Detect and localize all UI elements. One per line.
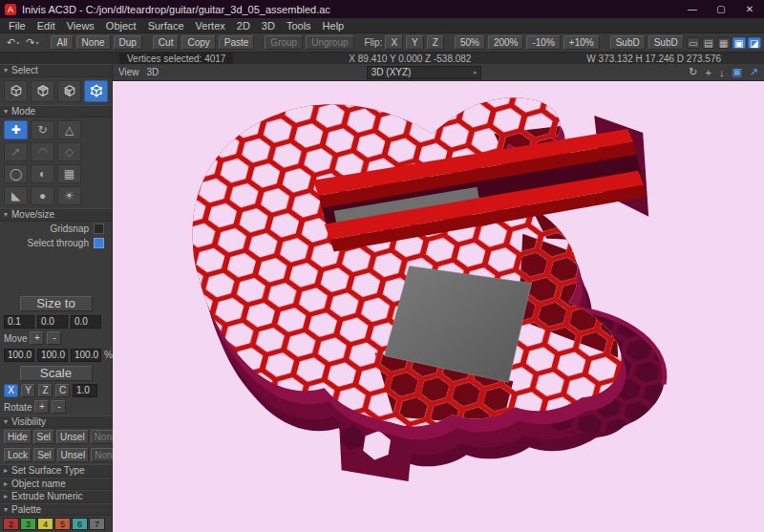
group-button[interactable]: Group — [265, 35, 303, 50]
layout-quad-icon[interactable]: ▦ — [717, 37, 731, 49]
perspective-toggle-icon[interactable]: ◪ — [748, 37, 761, 49]
mode-wedge-button[interactable]: ◣ — [4, 186, 28, 205]
hide-button[interactable]: Hide — [4, 430, 32, 444]
mode-light-button[interactable]: ☀ — [57, 186, 81, 205]
redo-button[interactable]: ↷▾ — [24, 36, 40, 49]
viewport-3d[interactable] — [113, 81, 764, 532]
layout-single-icon[interactable]: ▭ — [687, 37, 700, 49]
select-all-button[interactable]: All — [51, 35, 73, 50]
move-plus-button[interactable]: + — [30, 331, 44, 345]
mode-edit-ellipse-button[interactable]: ◇ — [57, 142, 81, 161]
maximize-button[interactable]: ▢ — [707, 0, 735, 18]
fit-view-icon[interactable]: + — [705, 67, 711, 78]
section-header-set-surface-type[interactable]: ▸ Set Surface Type — [0, 464, 112, 478]
rotate-minus-button[interactable]: - — [52, 400, 66, 414]
size-x-field[interactable]: 0.1 — [4, 315, 34, 329]
layout-split-icon[interactable]: ▤ — [702, 37, 715, 49]
axis-c-button[interactable]: C — [55, 384, 70, 397]
ungroup-button[interactable]: Ungroup — [306, 35, 353, 50]
palette-swatch-7[interactable]: 7 — [89, 518, 105, 530]
palette-swatch-4[interactable]: 4 — [37, 518, 53, 530]
select-vertex-button[interactable] — [84, 80, 108, 102]
section-header-palette[interactable]: ▾ Palette — [0, 503, 112, 517]
section-header-visibility[interactable]: ▾ Visibility — [0, 415, 112, 429]
mode-sphere-button[interactable]: ◐ — [31, 164, 54, 183]
lock-unsel-button[interactable]: Unsel — [57, 448, 90, 462]
palette-swatch-2[interactable]: 2 — [3, 518, 19, 530]
close-button[interactable]: ✕ — [735, 0, 764, 18]
menu-item-edit[interactable]: Edit — [32, 18, 61, 33]
select-surface-button[interactable] — [57, 80, 81, 102]
section-header-select[interactable]: ▾ Select — [0, 64, 112, 77]
mode-ball-button[interactable]: ● — [31, 186, 54, 205]
zoom-200-button[interactable]: 200% — [488, 35, 524, 50]
menu-item-3d[interactable]: 3D — [256, 18, 281, 33]
section-header-extrude-numeric[interactable]: ▸ Extrude Numeric — [0, 490, 112, 503]
paste-button[interactable]: Paste — [219, 35, 255, 50]
menu-item-file[interactable]: File — [3, 18, 32, 33]
size-to-button[interactable]: Size to — [20, 296, 93, 311]
zoom-50-button[interactable]: 50% — [455, 35, 485, 50]
subd-plus-button[interactable]: SubD + — [610, 35, 646, 50]
size-y-field[interactable]: 0.0 — [37, 315, 68, 329]
section-header-move-size[interactable]: ▾ Move/size — [0, 208, 112, 222]
zoom-plus-10-button[interactable]: +10% — [563, 35, 600, 50]
gridsnap-checkbox[interactable] — [94, 223, 104, 234]
zoom-minus-10-button[interactable]: -10% — [526, 35, 560, 50]
undo-button[interactable]: ↶▾ — [5, 36, 21, 49]
axis-y-button[interactable]: Y — [21, 384, 35, 397]
palette-swatch-5[interactable]: 5 — [54, 518, 71, 530]
select-through-checkbox[interactable] — [94, 238, 104, 248]
menu-item-vertex[interactable]: Vertex — [190, 18, 231, 33]
select-none-button[interactable]: None — [76, 35, 111, 50]
mode-shear-button[interactable]: ↗ — [4, 142, 28, 161]
subd-minus-button[interactable]: SubD - — [648, 35, 684, 50]
pop-out-icon[interactable]: ↗ — [750, 66, 758, 78]
mode-bend-button[interactable]: ◠ — [31, 142, 54, 161]
mode-rotate-button[interactable]: ↻ — [31, 120, 54, 139]
menu-item-tools[interactable]: Tools — [281, 18, 317, 33]
palette-swatch-3[interactable]: 3 — [20, 518, 36, 530]
select-group-button[interactable] — [4, 80, 28, 102]
move-minus-button[interactable]: - — [47, 331, 61, 345]
scale-x-field[interactable]: 100.0 — [4, 349, 34, 362]
axis-x-button[interactable]: X — [4, 384, 18, 397]
guitar-model-render[interactable] — [113, 81, 764, 532]
rotate-angle-field[interactable]: 1.0 — [73, 384, 97, 397]
scale-y-field[interactable]: 100.0 — [37, 349, 68, 362]
select-object-button[interactable] — [31, 80, 54, 102]
mode-ellipse-button[interactable]: ◯ — [4, 164, 28, 183]
scale-z-field[interactable]: 100.0 — [71, 349, 101, 362]
minimize-button[interactable]: — — [678, 0, 707, 18]
rotate-plus-button[interactable]: + — [34, 400, 49, 414]
copy-button[interactable]: Copy — [181, 35, 215, 50]
menu-item-views[interactable]: Views — [61, 18, 100, 33]
section-header-mode[interactable]: ▾ Mode — [0, 105, 112, 118]
mode-move-button[interactable]: ✚ — [4, 120, 28, 139]
lock-button[interactable]: Lock — [4, 448, 32, 462]
flip-y-button[interactable]: Y — [406, 35, 424, 50]
scale-button[interactable]: Scale — [20, 366, 93, 381]
size-z-field[interactable]: 0.0 — [71, 315, 101, 329]
flip-x-button[interactable]: X — [385, 35, 403, 50]
lock-sel-button[interactable]: Sel — [33, 448, 54, 462]
active-view-icon[interactable]: ▣ — [732, 37, 746, 49]
menu-item-surface[interactable]: Surface — [142, 18, 190, 33]
axis-z-button[interactable]: Z — [38, 384, 53, 397]
menu-item-help[interactable]: Help — [317, 18, 350, 33]
projection-dropdown[interactable]: 3D (XYZ) ▾ — [367, 66, 481, 79]
pan-down-icon[interactable]: ↓ — [719, 67, 725, 78]
mode-extrude-button[interactable]: △ — [57, 120, 81, 139]
palette-swatch-6[interactable]: 6 — [72, 518, 88, 530]
mode-mesh-button[interactable]: ▦ — [57, 164, 81, 183]
maximize-view-icon[interactable]: ▣ — [732, 66, 741, 78]
section-header-object-name[interactable]: ▸ Object name — [0, 478, 112, 491]
menu-item-object[interactable]: Object — [100, 18, 142, 33]
duplicate-button[interactable]: Dup — [114, 35, 142, 50]
refresh-icon[interactable]: ↻ — [689, 66, 697, 78]
cut-button[interactable]: Cut — [153, 35, 180, 50]
hide-sel-button[interactable]: Sel — [33, 430, 54, 444]
hide-unsel-button[interactable]: Unsel — [56, 430, 89, 444]
menu-item-2d[interactable]: 2D — [231, 18, 256, 33]
flip-z-button[interactable]: Z — [427, 35, 444, 50]
